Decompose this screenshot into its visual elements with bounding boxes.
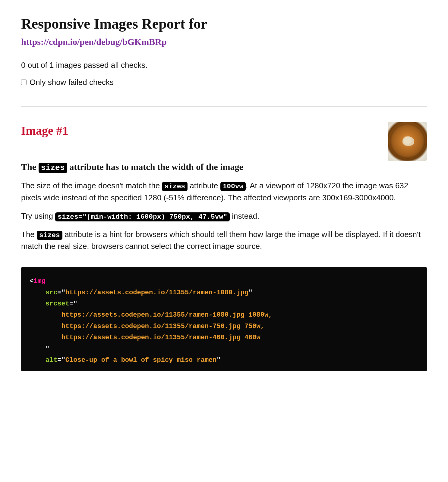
- sizes-code-inline: sizes: [162, 182, 188, 191]
- code-tag: img: [33, 277, 46, 285]
- section-divider: [21, 106, 427, 107]
- only-failed-checkbox[interactable]: [21, 80, 27, 85]
- srcset-comma-1: ,: [260, 323, 264, 330]
- para1-a: The size of the image doesn't match the: [21, 181, 162, 190]
- report-url-link[interactable]: https://cdpn.io/pen/debug/bGKmBRp: [21, 35, 167, 49]
- srcset-url-1: https://assets.codepen.io/11355/ramen-75…: [62, 323, 241, 330]
- srcset-url-0: https://assets.codepen.io/11355/ramen-10…: [62, 311, 245, 319]
- code-attr-src: src: [46, 289, 58, 296]
- srcset-url-2: https://assets.codepen.io/11355/ramen-46…: [62, 334, 241, 341]
- code-snippet: <img src="https://assets.codepen.io/1135…: [21, 267, 427, 371]
- check-para-3: The sizes attribute is a hint for browse…: [21, 229, 427, 252]
- check-heading-pre: The: [21, 162, 39, 172]
- check-heading-post: attribute has to match the width of the …: [67, 162, 243, 172]
- only-failed-label: Only show failed checks: [30, 77, 114, 88]
- para2-a: Try using: [21, 211, 55, 221]
- page-title: Responsive Images Report for: [21, 15, 427, 33]
- summary-text: 0 out of 1 images passed all checks.: [21, 59, 427, 71]
- check-heading: The sizes attribute has to match the wid…: [21, 161, 427, 174]
- para3-a: The: [21, 230, 37, 239]
- image-title: Image #1: [21, 122, 68, 140]
- para1-b: attribute: [188, 181, 220, 190]
- sizes-code-inline-3: sizes: [37, 231, 62, 240]
- image-thumbnail: [388, 122, 427, 161]
- srcset-w-0: 1080w: [248, 311, 268, 319]
- para2-b: instead.: [230, 211, 259, 221]
- sizes-value-code: 100vw: [220, 182, 246, 191]
- check-para-2: Try using sizes="(min-width: 1600px) 750…: [21, 210, 427, 222]
- srcset-w-1: 750w: [245, 323, 260, 330]
- code-alt-value: Close-up of a bowl of spicy miso ramen: [65, 356, 217, 364]
- image-section: Image #1 The sizes attribute has to matc…: [21, 122, 427, 371]
- srcset-w-2: 460w: [245, 334, 260, 341]
- code-attr-srcset: srcset: [46, 300, 69, 308]
- srcset-comma-0: ,: [268, 311, 272, 319]
- filter-row: Only show failed checks: [21, 77, 427, 88]
- para3-b: attribute is a hint for browsers which s…: [21, 230, 421, 251]
- code-attr-alt: alt: [46, 356, 58, 364]
- sizes-code: sizes: [39, 163, 67, 173]
- code-src-value: https://assets.codepen.io/11355/ramen-10…: [65, 289, 248, 296]
- suggested-sizes-code: sizes="(min-width: 1600px) 750px, 47.5vw…: [55, 212, 230, 221]
- check-para-1: The size of the image doesn't match the …: [21, 180, 427, 203]
